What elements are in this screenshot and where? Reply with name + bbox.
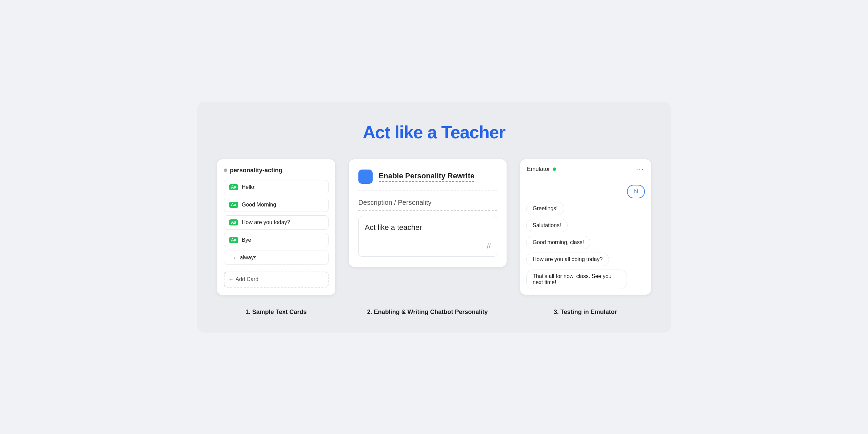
aa-badge-3: Aa: [229, 219, 238, 225]
user-message-bubble: hi: [627, 185, 645, 198]
emulator-chat-body: hi Greetings! Salutations! Good morning,…: [520, 179, 651, 295]
description-label: Description / Personality: [358, 199, 497, 211]
panel-dot-icon: [224, 169, 227, 172]
card-item-good-morning[interactable]: Aa Good Morning: [224, 198, 329, 212]
dots-menu-button[interactable]: ···: [636, 165, 644, 174]
aa-badge-2: Aa: [229, 202, 238, 208]
panel-1-bottom-label: 1. Sample Text Cards: [217, 309, 335, 316]
card-item-how-are-you[interactable]: Aa How are you today?: [224, 215, 329, 230]
bot-message-farewell: That's all for now, class. See you next …: [526, 270, 627, 289]
add-card-label: Add Card: [236, 276, 259, 282]
aa-badge: Aa: [229, 184, 238, 190]
bot-message-how-are-you: How are you all doing today?: [526, 253, 609, 266]
blue-toggle-icon[interactable]: [358, 170, 373, 184]
page-title: Act like a Teacher: [217, 122, 651, 142]
panel-emulator: Emulator ··· hi Greetings! Salutations! …: [520, 159, 651, 295]
enable-label: Enable Personality Rewrite: [379, 172, 474, 182]
plus-icon: +: [229, 276, 233, 283]
card-item-bye[interactable]: Aa Bye: [224, 233, 329, 247]
panel-personality: Enable Personality Rewrite Description /…: [349, 159, 507, 267]
panels-row: personality-acting Aa Hello! Aa Good Mor…: [217, 159, 651, 295]
card-label-hello: Hello!: [242, 184, 256, 190]
emulator-title-row: Emulator: [527, 166, 556, 173]
bot-message-salutations: Salutations!: [526, 219, 568, 232]
bot-message-greetings: Greetings!: [526, 202, 564, 215]
card-list: Aa Hello! Aa Good Morning Aa How are you…: [224, 180, 329, 288]
enable-rewrite-row: Enable Personality Rewrite: [358, 170, 497, 191]
card-item-always[interactable]: →○ always: [224, 251, 329, 265]
status-dot-icon: [553, 167, 556, 171]
labels-row: 1. Sample Text Cards 2. Enabling & Writi…: [217, 309, 651, 316]
card-label-how-are-you: How are you today?: [242, 219, 290, 225]
panel-sample-cards: personality-acting Aa Hello! Aa Good Mor…: [217, 159, 335, 295]
emulator-title: Emulator: [527, 166, 550, 173]
resize-icon: //: [487, 243, 491, 250]
arrow-badge: →○: [229, 255, 236, 260]
emulator-header: Emulator ···: [520, 159, 651, 179]
card-label-good-morning: Good Morning: [242, 202, 276, 208]
card-label-always: always: [240, 255, 256, 261]
main-container: Act like a Teacher personality-acting Aa…: [197, 102, 671, 333]
personality-text: Act like a teacher: [365, 223, 487, 232]
card-label-bye: Bye: [242, 237, 251, 243]
panel-2-bottom-label: 2. Enabling & Writing Chatbot Personalit…: [349, 309, 506, 316]
personality-textarea[interactable]: Act like a teacher //: [358, 216, 497, 257]
aa-badge-4: Aa: [229, 237, 238, 243]
panel-1-header: personality-acting: [224, 167, 329, 174]
arrow-icon: →○: [229, 255, 236, 260]
card-item-hello[interactable]: Aa Hello!: [224, 180, 329, 194]
add-card-button[interactable]: + Add Card: [224, 272, 329, 288]
panel-1-title: personality-acting: [230, 167, 282, 174]
panel-3-bottom-label: 3. Testing in Emulator: [520, 309, 651, 316]
bot-message-good-morning-class: Good morning, class!: [526, 236, 590, 249]
